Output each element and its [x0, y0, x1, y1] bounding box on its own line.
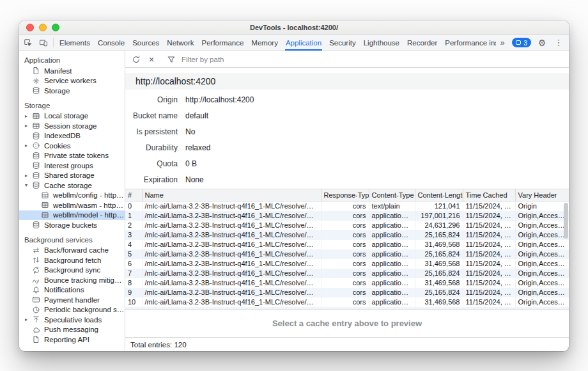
chevron-right-icon[interactable]: ▸ [25, 123, 32, 129]
sidebar-item-manifest[interactable]: Manifest [19, 66, 125, 76]
sidebar-item-webllm-model-http-loc[interactable]: webllm/model - http://loc… [19, 210, 125, 221]
sidebar-item-label: Storage buckets [44, 221, 97, 229]
column-header-index[interactable]: # [125, 189, 142, 201]
sidebar-item-cache-storage[interactable]: ▾Cache storage [19, 180, 125, 191]
sidebar-item-payment-handler[interactable]: Payment handler [19, 295, 125, 305]
chevron-right-icon[interactable]: ▸ [25, 317, 32, 322]
sidebar-item-speculative-loads[interactable]: ▸Speculative loads [19, 315, 125, 325]
kebab-menu-icon[interactable]: ⋮ [551, 38, 566, 47]
tab-recorder[interactable]: Recorder [403, 35, 441, 51]
panel-tabs: ElementsConsoleSourcesNetworkPerformance… [56, 35, 496, 51]
sidebar-item-push-messaging[interactable]: Push messaging [19, 325, 125, 335]
payment-handler-icon [32, 296, 41, 304]
sidebar-item-webllm-wasm-http-loca[interactable]: webllm/wasm - http://loca… [19, 200, 125, 210]
sidebar-item-local-storage[interactable]: ▸Local storage [19, 111, 125, 122]
cell-content-type: text/plain [369, 201, 415, 211]
tab-memory[interactable]: Memory [247, 35, 282, 51]
tab-security[interactable]: Security [325, 35, 360, 51]
filter-by-path-input[interactable] [182, 56, 265, 63]
sidebar-item-background-sync[interactable]: Background sync [19, 265, 125, 276]
tab-elements[interactable]: Elements [56, 35, 94, 51]
cache-entry-row[interactable]: 2/mlc-ai/Llama-3.2-3B-Instruct-q4f16_1-M… [125, 221, 569, 230]
sidebar-item-notifications[interactable]: Notifications [19, 285, 125, 296]
sidebar-item-shared-storage[interactable]: ▸Shared storage [19, 171, 125, 181]
issues-counter-badge[interactable]: 3 [512, 38, 531, 47]
sidebar-item-interest-groups[interactable]: Interest groups [19, 161, 125, 171]
cell-content-type: application/oc… [369, 249, 415, 259]
cache-entry-row[interactable]: 8/mlc-ai/Llama-3.2-3B-Instruct-q4f16_1-M… [125, 278, 569, 288]
cache-entry-row[interactable]: 7/mlc-ai/Llama-3.2-3B-Instruct-q4f16_1-M… [125, 269, 569, 278]
sidebar-item-indexeddb[interactable]: IndexedDB [19, 131, 125, 141]
sidebar-section-application: ApplicationManifestService workersStorag… [19, 54, 125, 96]
cache-entry-row[interactable]: 4/mlc-ai/Llama-3.2-3B-Instruct-q4f16_1-M… [125, 240, 569, 249]
device-toolbar-icon[interactable] [36, 35, 51, 51]
vertical-scrollbar[interactable] [562, 201, 569, 309]
cell-name: /mlc-ai/Llama-3.2-3B-Instruct-q4f16_1-ML… [142, 269, 321, 278]
sidebar-item-service-workers[interactable]: Service workers [19, 76, 125, 86]
sidebar-item-private-state-tokens[interactable]: Private state tokens [19, 151, 125, 161]
cell-content-length: 31,469,568 [415, 240, 463, 249]
sidebar-item-back-forward-cache[interactable]: Back/forward cache [19, 246, 125, 256]
inspect-icon[interactable] [20, 35, 36, 51]
cell-content-type: application/oc… [369, 297, 415, 307]
tab-performance-insights[interactable]: Performance insights [441, 35, 496, 51]
cell-content-length: 24,631,296 [415, 221, 463, 230]
cell-content-type: application/oc… [369, 211, 415, 221]
sidebar-item-background-fetch[interactable]: Background fetch [19, 255, 125, 265]
cache-entry-row[interactable]: 6/mlc-ai/Llama-3.2-3B-Instruct-q4f16_1-M… [125, 259, 569, 269]
scrollbar-thumb[interactable] [564, 203, 568, 239]
chevron-right-icon[interactable]: ▸ [25, 113, 32, 119]
cell-name: /mlc-ai/Llama-3.2-3B-Instruct-q4f16_1-ML… [142, 259, 321, 269]
sidebar-item-label: Cache storage [44, 182, 92, 189]
tab-application[interactable]: Application [282, 35, 325, 51]
refresh-icon[interactable] [128, 55, 144, 64]
sidebar-item-label: Local storage [44, 112, 88, 120]
tab-performance[interactable]: Performance [198, 35, 248, 51]
cache-entry-row[interactable]: 11/mlc-ai/Llama-3.2-3B-Instruct-q4f16_1-… [125, 307, 569, 310]
cache-entry-row[interactable]: 1/mlc-ai/Llama-3.2-3B-Instruct-q4f16_1-M… [125, 211, 569, 221]
cache-entry-row[interactable]: 3/mlc-ai/Llama-3.2-3B-Instruct-q4f16_1-M… [125, 230, 569, 240]
sidebar-item-webllm-config-http-loc[interactable]: webllm/config - http://loc… [19, 191, 125, 201]
cache-entry-row[interactable]: 5/mlc-ai/Llama-3.2-3B-Instruct-q4f16_1-M… [125, 249, 569, 259]
sidebar-item-storage-buckets[interactable]: Storage buckets [19, 220, 125, 230]
tab-sources[interactable]: Sources [128, 35, 163, 51]
column-header-name[interactable]: Name [142, 189, 321, 201]
tab-label: Memory [251, 39, 278, 47]
chevron-down-icon[interactable]: ▾ [25, 182, 32, 188]
sidebar-item-periodic-background-sync[interactable]: Periodic background sync [19, 305, 125, 315]
chevron-right-icon[interactable]: ▸ [25, 143, 32, 148]
cell-vary-header: Origin,Access… [515, 249, 569, 259]
cache-entry-row[interactable]: 0/mlc-ai/Llama-3.2-3B-Instruct-q4f16_1-M… [125, 201, 569, 211]
tab-console[interactable]: Console [94, 35, 128, 51]
column-header-response-type[interactable]: Response-Type [321, 189, 369, 201]
more-tabs-button[interactable]: » [496, 38, 509, 47]
field-label: Bucket name [125, 111, 178, 120]
column-header-content-type[interactable]: Content-Type [369, 189, 415, 201]
column-header-vary-header[interactable]: Vary Header [515, 189, 569, 201]
minimize-window-button[interactable] [39, 24, 47, 31]
sidebar-item-reporting-api[interactable]: Reporting API [19, 335, 125, 345]
cell-response-type: cors [321, 259, 369, 269]
tab-lighthouse[interactable]: Lighthouse [360, 35, 403, 51]
cache-origin-heading: http://localhost:4200 [125, 73, 569, 90]
background-sync-icon [32, 266, 41, 274]
cell-response-type: cors [321, 240, 369, 249]
back-forward-cache-icon [32, 246, 41, 255]
sidebar-item-storage[interactable]: Storage [19, 86, 125, 96]
cell-content-type: application/oc… [369, 269, 415, 278]
settings-gear-icon[interactable]: ⚙ [534, 38, 550, 48]
delete-selected-icon[interactable]: × [144, 54, 159, 65]
zoom-window-button[interactable] [52, 24, 59, 31]
tab-network[interactable]: Network [163, 35, 197, 51]
chevron-right-icon[interactable]: ▸ [25, 173, 32, 178]
column-header-content-length[interactable]: Content-Length [415, 189, 463, 201]
sidebar-item-bounce-tracking-mitigations[interactable]: Bounce tracking mitigations [19, 275, 125, 285]
cell-content-length: 25,165,824 [415, 269, 463, 278]
close-window-button[interactable] [26, 24, 34, 31]
sidebar-item-session-storage[interactable]: ▸Session storage [19, 121, 125, 131]
cache-entry-row[interactable]: 10/mlc-ai/Llama-3.2-3B-Instruct-q4f16_1-… [125, 297, 569, 307]
reporting-api-icon [32, 335, 41, 343]
cache-entry-row[interactable]: 9/mlc-ai/Llama-3.2-3B-Instruct-q4f16_1-M… [125, 288, 569, 297]
sidebar-item-cookies[interactable]: ▸Cookies [19, 141, 125, 151]
column-header-time-cached[interactable]: Time Cached [463, 189, 515, 201]
